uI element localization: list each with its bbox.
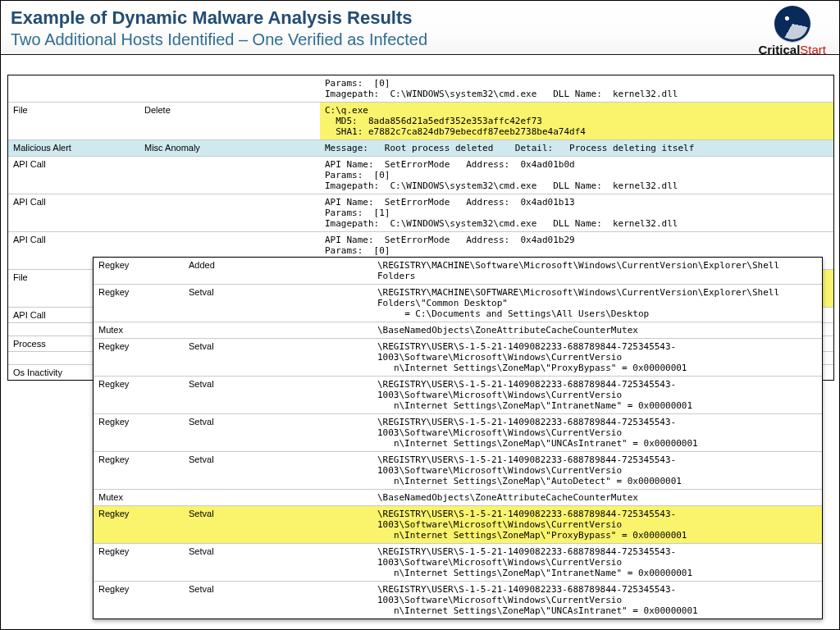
page-subtitle: Two Additional Hosts Identified – One Ve… [11, 30, 826, 49]
cell-action [184, 490, 372, 505]
cell-detail: API Name: SetErrorMode Address: 0x4ad01b… [320, 157, 833, 194]
cell-detail: \REGISTRY\USER\S-1-5-21-1409082233-68878… [372, 452, 822, 489]
cell-detail: \REGISTRY\USER\S-1-5-21-1409082233-68878… [372, 414, 822, 451]
cell-type: Regkey [94, 377, 184, 413]
cell-detail: \REGISTRY\MACHINE\SOFTWARE\Microsoft\Win… [372, 285, 822, 322]
cell-action [139, 75, 320, 102]
table-row: RegkeySetval\REGISTRY\USER\S-1-5-21-1409… [94, 376, 822, 413]
cell-type: API Call [8, 157, 139, 194]
table-row: FileDeleteC:\q.exe MD5: 8ada856d21a5edf3… [8, 102, 833, 139]
cell-type: Malicious Alert [8, 140, 139, 156]
cell-type: Regkey [94, 544, 184, 581]
table-row: RegkeySetval\REGISTRY\USER\S-1-5-21-1409… [94, 338, 822, 376]
brand-word2: Start [800, 43, 826, 57]
table-row: Mutex\BaseNamedObjects\ZoneAttributeCach… [94, 489, 822, 505]
table-row: RegkeySetval\REGISTRY\MACHINE\SOFTWARE\M… [94, 284, 822, 322]
cell-action: Setval [184, 544, 372, 581]
cell-action: Setval [184, 339, 372, 376]
cell-action: Setval [184, 414, 372, 451]
cell-detail: \REGISTRY\USER\S-1-5-21-1409082233-68878… [372, 377, 822, 413]
cell-type: API Call [8, 194, 139, 231]
brand-word1: Critical [758, 43, 800, 57]
cell-detail: \REGISTRY\MACHINE\Software\Microsoft\Win… [372, 258, 822, 284]
page-title: Example of Dynamic Malware Analysis Resu… [11, 7, 826, 29]
cell-detail: API Name: SetErrorMode Address: 0x4ad01b… [320, 194, 833, 231]
analysis-table-front: RegkeyAdded\REGISTRY\MACHINE\Software\Mi… [93, 257, 823, 619]
cell-type: Regkey [94, 582, 184, 619]
cell-detail: \REGISTRY\USER\S-1-5-21-1409082233-68878… [372, 544, 822, 581]
table-row: API CallAPI Name: SetErrorMode Address: … [8, 194, 833, 231]
cell-type: Mutex [94, 322, 184, 338]
cell-type [8, 75, 139, 102]
cell-action: Added [184, 258, 372, 284]
table-row: RegkeyAdded\REGISTRY\MACHINE\Software\Mi… [94, 258, 822, 284]
cell-detail: \REGISTRY\USER\S-1-5-21-1409082233-68878… [372, 582, 822, 619]
table-row: Malicious AlertMisc AnomalyMessage: Root… [8, 139, 833, 156]
brand-mark-icon [774, 6, 810, 42]
cell-detail: C:\q.exe MD5: 8ada856d21a5edf352e353affc… [320, 103, 833, 139]
cell-type: Regkey [94, 414, 184, 451]
cell-detail: Message: Root process deleted Detail: Pr… [320, 140, 833, 156]
cell-detail: \BaseNamedObjects\ZoneAttributeCacheCoun… [372, 490, 822, 505]
cell-action: Setval [184, 506, 372, 543]
cell-action [139, 157, 320, 194]
cell-detail: \BaseNamedObjects\ZoneAttributeCacheCoun… [372, 322, 822, 338]
cell-action [184, 322, 372, 338]
table-row: Params: [0] Imagepath: C:\WINDOWS\system… [8, 75, 833, 102]
cell-type: Regkey [94, 506, 184, 543]
cell-action: Setval [184, 452, 372, 489]
cell-action [139, 194, 320, 231]
table-row: RegkeySetval\REGISTRY\USER\S-1-5-21-1409… [94, 413, 822, 451]
table-row: RegkeySetval\REGISTRY\USER\S-1-5-21-1409… [94, 451, 822, 489]
cell-detail: \REGISTRY\USER\S-1-5-21-1409082233-68878… [372, 339, 822, 376]
cell-action: Setval [184, 582, 372, 619]
cell-action: Misc Anomaly [139, 140, 320, 156]
cell-type: Regkey [94, 258, 184, 284]
cell-type: Regkey [94, 452, 184, 489]
cell-detail: \REGISTRY\USER\S-1-5-21-1409082233-68878… [372, 506, 822, 543]
cell-type: Regkey [94, 285, 184, 322]
cell-type: File [8, 103, 139, 139]
table-row: RegkeySetval\REGISTRY\USER\S-1-5-21-1409… [94, 581, 822, 619]
title-bar: Example of Dynamic Malware Analysis Resu… [1, 1, 839, 55]
table-row: RegkeySetval\REGISTRY\USER\S-1-5-21-1409… [94, 543, 822, 581]
cell-detail: Params: [0] Imagepath: C:\WINDOWS\system… [320, 75, 833, 102]
table-row: RegkeySetval\REGISTRY\USER\S-1-5-21-1409… [94, 505, 822, 543]
cell-type: Mutex [94, 490, 184, 505]
cell-action: Setval [184, 285, 372, 322]
cell-type: Regkey [94, 339, 184, 376]
table-row: API CallAPI Name: SetErrorMode Address: … [8, 156, 833, 194]
table-row: Mutex\BaseNamedObjects\ZoneAttributeCach… [94, 322, 822, 338]
brand-logo: CriticalStart [758, 6, 826, 56]
cell-action: Delete [139, 103, 320, 139]
cell-action: Setval [184, 377, 372, 413]
